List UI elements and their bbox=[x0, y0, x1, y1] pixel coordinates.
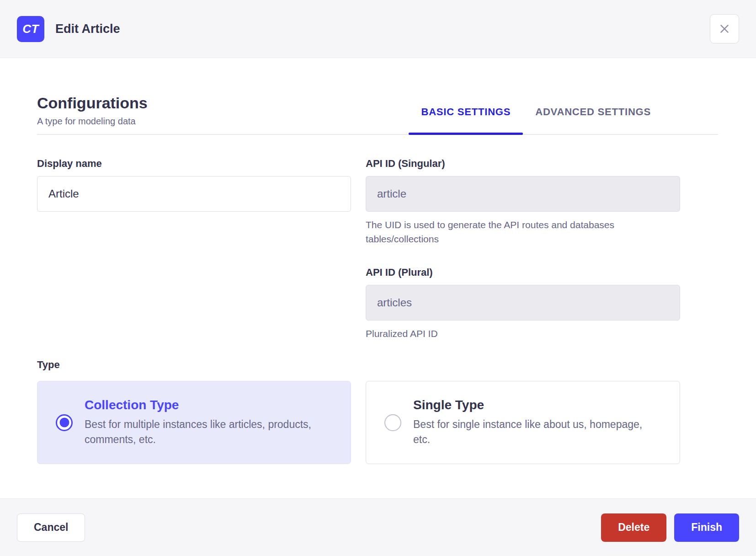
api-id-singular-field: API ID (Singular) The UID is used to gen… bbox=[366, 158, 680, 246]
settings-tabs: BASIC SETTINGS ADVANCED SETTINGS bbox=[409, 94, 663, 134]
type-option-description: Best for multiple instances like article… bbox=[85, 417, 332, 447]
form-column-left: Display name bbox=[37, 158, 351, 341]
close-icon bbox=[719, 23, 730, 35]
edit-content-type-modal: CT Edit Article Configurations A type fo… bbox=[0, 0, 756, 556]
configurations-header: Configurations A type for modeling data … bbox=[37, 58, 718, 135]
content-type-badge: CT bbox=[17, 16, 44, 42]
api-id-singular-input bbox=[366, 176, 680, 212]
finish-button[interactable]: Finish bbox=[674, 513, 739, 542]
page-subtitle: A type for modeling data bbox=[37, 116, 148, 127]
type-option-title: Single Type bbox=[413, 398, 661, 412]
type-option-text: Single Type Best for single instance lik… bbox=[413, 398, 661, 447]
form-column-right: API ID (Singular) The UID is used to gen… bbox=[366, 158, 680, 341]
tab-advanced-settings[interactable]: ADVANCED SETTINGS bbox=[523, 106, 663, 134]
api-id-singular-label: API ID (Singular) bbox=[366, 158, 680, 170]
display-name-label: Display name bbox=[37, 158, 351, 170]
page-title: Configurations bbox=[37, 94, 148, 112]
api-id-plural-label: API ID (Plural) bbox=[366, 267, 680, 278]
type-option-collection-type[interactable]: Collection Type Best for multiple instan… bbox=[37, 381, 351, 464]
display-name-input[interactable] bbox=[37, 176, 351, 212]
type-option-single-type[interactable]: Single Type Best for single instance lik… bbox=[366, 381, 680, 464]
modal-title: Edit Article bbox=[55, 22, 120, 36]
delete-button[interactable]: Delete bbox=[601, 513, 666, 542]
api-id-plural-hint: Pluralized API ID bbox=[366, 326, 680, 341]
radio-checked-icon[interactable] bbox=[56, 414, 73, 431]
close-button[interactable] bbox=[710, 14, 739, 43]
type-options: Collection Type Best for multiple instan… bbox=[37, 381, 718, 464]
configurations-heading: Configurations A type for modeling data bbox=[37, 94, 148, 134]
api-id-singular-hint: The UID is used to generate the API rout… bbox=[366, 218, 680, 246]
type-option-title: Collection Type bbox=[85, 398, 332, 412]
tab-basic-settings[interactable]: BASIC SETTINGS bbox=[409, 106, 523, 134]
radio-unchecked-icon[interactable] bbox=[384, 414, 401, 431]
type-option-text: Collection Type Best for multiple instan… bbox=[85, 398, 332, 447]
cancel-button[interactable]: Cancel bbox=[17, 513, 85, 542]
modal-body: Configurations A type for modeling data … bbox=[0, 58, 756, 498]
modal-footer: Cancel Delete Finish bbox=[0, 498, 756, 556]
configuration-form: Display name API ID (Singular) The UID i… bbox=[37, 158, 718, 341]
content-type-badge-label: CT bbox=[22, 22, 39, 36]
api-id-plural-field: API ID (Plural) Pluralized API ID bbox=[366, 267, 680, 341]
display-name-field: Display name bbox=[37, 158, 351, 212]
type-label: Type bbox=[37, 359, 718, 371]
api-id-plural-input bbox=[366, 285, 680, 321]
type-option-description: Best for single instance like about us, … bbox=[413, 417, 661, 447]
type-section: Type Collection Type Best for multiple i… bbox=[37, 359, 718, 464]
modal-header: CT Edit Article bbox=[0, 0, 756, 58]
